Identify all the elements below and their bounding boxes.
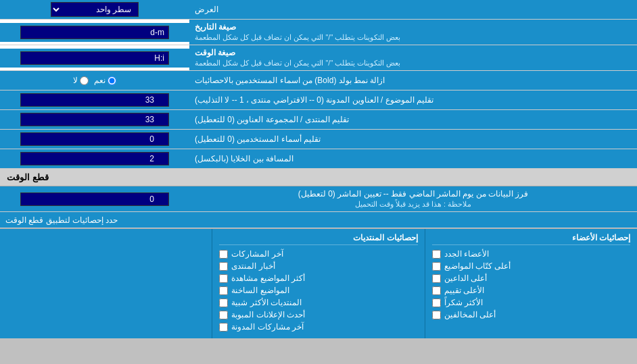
date-format-input-wrap (0, 23, 189, 42)
display-mode-label: العرض (189, 2, 637, 17)
checkbox-latest-ads[interactable]: أحدث الإعلانات المبوبة (219, 310, 417, 319)
checkbox-new-members[interactable]: الأعضاء الجدد (432, 249, 630, 259)
checkbox-top-rated-input[interactable] (432, 286, 441, 295)
remove-bold-row: ازالة نمط بولد (Bold) من اسماء المستخدمي… (0, 71, 637, 90)
radio-no-label[interactable]: لا (73, 76, 89, 85)
checkbox-last-blog-posts-input[interactable] (219, 323, 228, 332)
time-format-input-wrap (0, 49, 189, 68)
checkbox-most-viewed[interactable]: أكثر المواضيع مشاهدة (219, 274, 417, 283)
time-format-input[interactable] (20, 51, 169, 65)
cell-spacing-row: المسافة بين الخلايا (بالبكسل) (0, 149, 637, 169)
forums-stats-col: إحصائيات المنتديات آخر المشاركات أخبار ا… (212, 229, 425, 338)
apply-stats-label: حدد إحصائيات لتطبيق قطع الوقت (0, 212, 637, 228)
checkbox-hot-topics[interactable]: المواضيع الساخنة (219, 286, 417, 295)
cut-time-input-wrap (0, 186, 189, 211)
cell-spacing-input-wrap (0, 149, 189, 168)
date-format-label: صيغة التاريخ بعض التكوينات يتطلب "/" الت… (189, 20, 637, 45)
time-format-label: صيغة الوقت بعض التكوينات يتطلب "/" التي … (189, 45, 637, 70)
forum-trim-row: تقليم المنتدى / المجموعة العناوين (0 للت… (0, 110, 637, 130)
checkbox-top-inviters-input[interactable] (432, 274, 441, 283)
cut-time-input[interactable] (20, 192, 169, 206)
checkbox-similar-forums[interactable]: المنتديات الأكثر شبية (219, 298, 417, 307)
radio-no[interactable] (80, 76, 89, 85)
extra-stats-col (0, 229, 212, 338)
checkbox-top-rated[interactable]: الأعلى تقييم (432, 286, 630, 295)
bottom-stats-section: إحصائيات الأعضاء الأعضاء الجدد أعلى كتّا… (0, 228, 637, 338)
remove-bold-label: ازالة نمط بولد (Bold) من اسماء المستخدمي… (189, 71, 637, 90)
cut-time-section-header: قطع الوقت (0, 169, 637, 186)
checkbox-top-violators-input[interactable] (432, 311, 441, 319)
cut-time-label: فرز البيانات من يوم الماشر الماضي فقط --… (189, 186, 637, 211)
display-mode-input[interactable]: سطر واحد سطران ثلاثة أسطر (0, 0, 189, 19)
user-trim-input-wrap (0, 130, 189, 149)
cut-time-row: فرز البيانات من يوم الماشر الماضي فقط --… (0, 186, 637, 212)
checkbox-forum-news[interactable]: أخبار المنتدى (219, 261, 417, 271)
cell-spacing-label: المسافة بين الخلايا (بالبكسل) (189, 149, 637, 168)
display-mode-select[interactable]: سطر واحد سطران ثلاثة أسطر (51, 2, 139, 17)
forum-trim-input[interactable] (20, 113, 169, 126)
time-format-row: صيغة الوقت بعض التكوينات يتطلب "/" التي … (0, 45, 637, 71)
checkbox-most-thanked[interactable]: الأكثر شكراً (432, 298, 630, 307)
display-mode-row: العرض سطر واحد سطران ثلاثة أسطر (0, 0, 637, 20)
main-container: العرض سطر واحد سطران ثلاثة أسطر صيغة الت… (0, 0, 637, 338)
radio-yes-label[interactable]: نعم (94, 76, 116, 85)
date-format-row: صيغة التاريخ بعض التكوينات يتطلب "/" الت… (0, 20, 637, 45)
checkbox-similar-forums-input[interactable] (219, 298, 228, 307)
topic-trim-input[interactable] (20, 93, 169, 107)
user-trim-label: تقليم أسماء المستخدمين (0 للتعطيل) (189, 130, 637, 149)
checkbox-top-inviters[interactable]: أعلى الداعين (432, 274, 630, 283)
cell-spacing-input[interactable] (20, 152, 169, 165)
checkbox-last-posts[interactable]: آخر المشاركات (219, 249, 417, 259)
checkbox-forum-news-input[interactable] (219, 262, 228, 271)
checkbox-top-topic-writers-input[interactable] (432, 262, 441, 271)
checkbox-top-violators[interactable]: أعلى المخالفين (432, 310, 630, 319)
members-stats-col: إحصائيات الأعضاء الأعضاء الجدد أعلى كتّا… (425, 229, 637, 338)
checkbox-last-posts-input[interactable] (219, 250, 228, 259)
checkbox-most-viewed-input[interactable] (219, 274, 228, 283)
forums-stats-header: إحصائيات المنتديات (219, 233, 417, 245)
remove-bold-options: نعم لا (0, 71, 189, 90)
apply-stats-row: حدد إحصائيات لتطبيق قطع الوقت (0, 212, 637, 228)
user-trim-row: تقليم أسماء المستخدمين (0 للتعطيل) (0, 130, 637, 149)
members-stats-header: إحصائيات الأعضاء (432, 233, 630, 245)
checkbox-new-members-input[interactable] (432, 250, 441, 259)
forum-trim-input-wrap (0, 110, 189, 129)
date-format-input[interactable] (20, 26, 169, 39)
topic-trim-label: تقليم الموضوع / العناوين المدونة (0 -- ا… (189, 90, 637, 109)
user-trim-input[interactable] (20, 132, 169, 146)
checkbox-hot-topics-input[interactable] (219, 286, 228, 295)
checkbox-top-topic-writers[interactable]: أعلى كتّاب المواضيع (432, 261, 630, 271)
topic-trim-input-wrap (0, 90, 189, 109)
forum-trim-label: تقليم المنتدى / المجموعة العناوين (0 للت… (189, 110, 637, 129)
radio-yes[interactable] (108, 76, 116, 85)
checkbox-last-blog-posts[interactable]: آخر مشاركات المدونة (219, 322, 417, 332)
checkbox-latest-ads-input[interactable] (219, 311, 228, 319)
topic-trim-row: تقليم الموضوع / العناوين المدونة (0 -- ا… (0, 90, 637, 110)
checkbox-most-thanked-input[interactable] (432, 298, 441, 307)
